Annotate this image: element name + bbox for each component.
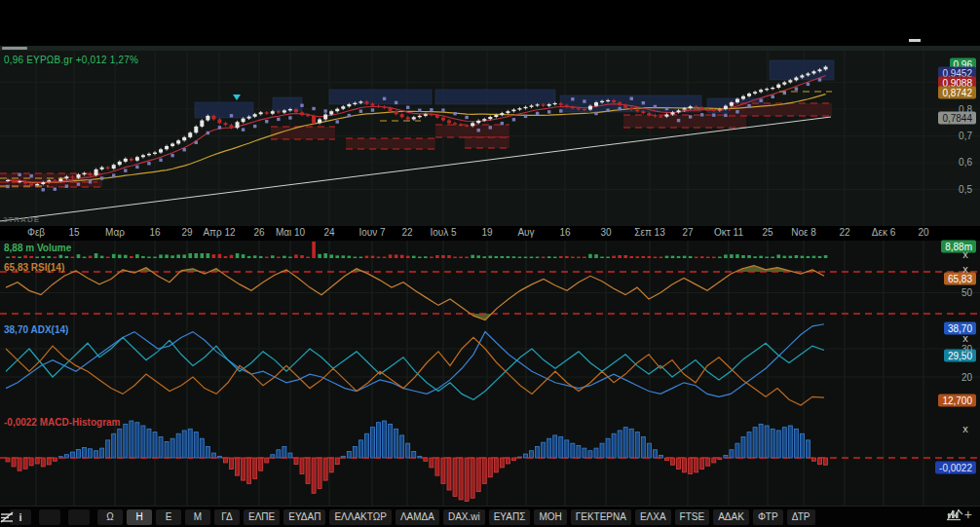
ticker-quote-line: 0,96 ΕΥΡΩΒ.gr +0,012 1,27% (4, 55, 138, 65)
chart-hscrollbar-thumb[interactable] (2, 47, 27, 50)
macd-panel-title: -0,0022 MACD-Histogram (4, 417, 120, 428)
symbol-tab-ΕΛΠΕ[interactable]: ΕΛΠΕ (244, 509, 280, 525)
symbol-tab-FTSE[interactable]: FTSE (675, 509, 710, 525)
symbol-tab-ΕΥΔΑΠ[interactable]: ΕΥΔΑΠ (283, 509, 325, 525)
trendline-tool-button[interactable] (39, 509, 60, 525)
x-axis-tick-12: 19 (481, 227, 492, 238)
adx-panel-title: 38,70 ADX(14) (4, 324, 68, 335)
volume-panel-title: 8,88 m Volume (4, 243, 71, 253)
symbol-tab-DAX.wi[interactable]: DAX.wi (443, 509, 485, 525)
bottom-toolbar: i ΩΗΕΜΓΔΕΛΠΕΕΥΔΑΠΕΛΛΑΚΤΩΡΛΑΜΔΑDAX.wiΕΥΑΠ… (0, 506, 980, 527)
x-axis-tick-23: 20 (918, 227, 928, 238)
symbol-tab-Ε[interactable]: Ε (156, 509, 181, 525)
adx-panel[interactable] (0, 322, 980, 416)
x-axis-tick-15: 30 (600, 227, 611, 238)
x-axis-tick-8: 24 (323, 227, 334, 238)
symbol-tab-Ω[interactable]: Ω (97, 509, 123, 525)
x-axis-tick-7: Μαι 10 (276, 227, 305, 238)
symbol-tab-ΕΛΛΑΚΤΩΡ[interactable]: ΕΛΛΑΚΤΩΡ (329, 509, 391, 525)
x-axis-tick-16: Σεπ 13 (634, 227, 664, 238)
x-axis-tick-3: 16 (149, 227, 160, 238)
symbol-tab-ΜΟΗ[interactable]: ΜΟΗ (534, 509, 566, 525)
symbol-tab-ΓΕΚΤΕΡΝΑ[interactable]: ΓΕΚΤΕΡΝΑ (571, 509, 631, 525)
volume-panel-close-icon[interactable]: x (961, 249, 970, 259)
volume-panel[interactable] (0, 241, 980, 260)
symbol-tab-ΦΤΡ[interactable]: ΦΤΡ (753, 509, 783, 525)
x-axis-tick-6: 26 (253, 227, 264, 238)
x-axis-tick-21: 22 (839, 227, 849, 238)
x-axis-tick-13: Αυγ (517, 227, 534, 238)
symbol-tabs: ΩΗΕΜΓΔΕΛΠΕΕΥΔΑΠΕΛΛΑΚΤΩΡΛΑΜΔΑDAX.wiΕΥΑΠΣΜ… (97, 509, 815, 525)
x-axis-tick-11: Ιουλ 5 (430, 227, 456, 238)
top-scroll-marker (909, 39, 921, 42)
rsi-panel[interactable] (0, 260, 980, 322)
symbol-tab-ΑΔΑΚ[interactable]: ΑΔΑΚ (713, 509, 749, 525)
x-axis-tick-2: Μαρ (105, 227, 125, 238)
symbol-tab-Η[interactable]: Η (127, 509, 152, 525)
histogram-chart-icon[interactable] (947, 508, 962, 521)
symbol-tab-Μ[interactable]: Μ (185, 509, 210, 525)
x-axis-tick-22: Δεκ 6 (872, 227, 895, 238)
rsi-panel-title: 65,83 RSI(14) (4, 262, 64, 273)
indicator-list-icon (0, 511, 14, 523)
toolbar-right-controls: − + (947, 508, 972, 521)
x-axis-tick-18: Οκτ 11 (714, 227, 743, 238)
adx-panel-close-icon[interactable]: x (961, 333, 970, 343)
symbol-tab-ΕΥΑΠΣ[interactable]: ΕΥΑΠΣ (489, 509, 531, 525)
trading-app: 0,96 ΕΥΡΩΒ.gr +0,012 1,27% 2TRADE 8,88 m… (0, 0, 980, 527)
x-axis-tick-4: 29 (181, 227, 192, 238)
indicators-tool-button[interactable] (68, 509, 90, 525)
x-axis-tick-20: Νοε 8 (791, 227, 816, 238)
macd-panel[interactable] (0, 416, 980, 506)
x-axis-tick-1: 15 (68, 227, 79, 238)
info-icon: i (19, 511, 21, 523)
platform-watermark: 2TRADE (3, 215, 40, 224)
x-axis-tick-17: 27 (682, 227, 693, 238)
price-chart-panel[interactable] (0, 51, 980, 226)
rsi-panel-close-icon[interactable]: x (961, 264, 970, 274)
x-axis-tick-14: 16 (559, 227, 570, 238)
x-axis-tick-0: Φεβ (27, 227, 45, 238)
x-axis-tick-19: 25 (762, 227, 773, 238)
x-axis-tick-5: Απρ 12 (203, 227, 235, 238)
symbol-tab-ΓΔ[interactable]: ΓΔ (214, 509, 240, 525)
symbol-tab-ΛΑΜΔΑ[interactable]: ΛΑΜΔΑ (396, 509, 439, 525)
zoom-in-button[interactable]: + (964, 508, 972, 521)
symbol-tab-ΕΛΧΑ[interactable]: ΕΛΧΑ (635, 509, 671, 525)
symbol-tab-ΔΤΡ[interactable]: ΔΤΡ (787, 509, 815, 525)
x-axis-tick-9: Ιουν 7 (358, 227, 385, 238)
x-axis-tick-10: 22 (401, 227, 412, 238)
macd-panel-close-icon[interactable]: x (961, 424, 970, 433)
